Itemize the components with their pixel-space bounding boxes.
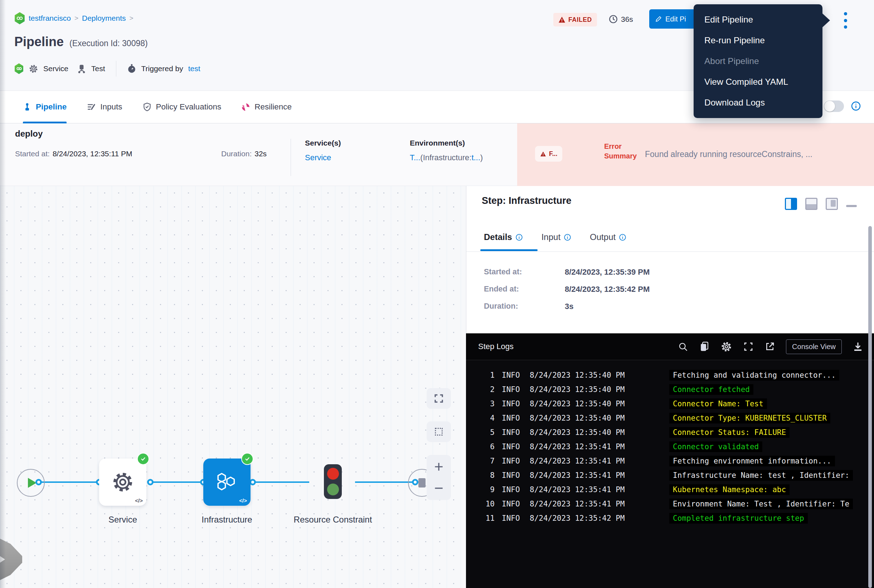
pipeline-actions-menu: Edit Pipeline Re-run Pipeline Abort Pipe… [693, 4, 823, 118]
menu-item[interactable]: Edit Pipeline [693, 9, 823, 30]
traffic-light-red [327, 468, 339, 480]
panel-expand-handle[interactable] [0, 536, 22, 583]
menu-item[interactable]: Abort Pipeline [693, 51, 823, 72]
failed-chip: F... [535, 146, 562, 162]
detail-started-at: Started at:8/24/2023, 12:35:39 PM [484, 267, 650, 282]
environments-label: Environment(s) [410, 139, 483, 147]
harness-logo-icon [14, 63, 24, 74]
infrastructure-link[interactable]: t... [471, 153, 480, 162]
copy-icon[interactable] [699, 341, 710, 352]
tab-pipeline[interactable]: Pipeline [23, 90, 66, 123]
minimize-panel-icon[interactable] [846, 205, 857, 207]
tab-policy-evaluations[interactable]: Policy Evaluations [143, 90, 221, 123]
tab-details[interactable]: Details [484, 232, 523, 242]
split-view-icon[interactable] [785, 198, 797, 210]
pipeline-execution-page: testfrancisco > Deployments > Pipeline (… [0, 0, 874, 588]
log-settings-gear-icon[interactable] [721, 341, 732, 352]
triggered-by-user-link[interactable]: test [188, 64, 200, 73]
page-title: Pipeline [14, 34, 64, 50]
gear-icon [29, 64, 38, 74]
stage-times: Started at: 8/24/2023, 12:35:11 PM [15, 150, 132, 158]
inputs-icon [87, 102, 96, 112]
log-line: 2 INFO 8/24/2023 12:35:40 PM Connector f… [479, 382, 874, 397]
error-summary-label: Error Summary [604, 142, 647, 161]
more-options-kebab-icon[interactable] [843, 12, 847, 28]
shield-check-icon [143, 102, 152, 112]
execution-meta-row: Service Test Triggered by test [14, 61, 200, 76]
right-view-icon[interactable] [826, 198, 838, 210]
resource-constraint-node[interactable] [324, 464, 342, 499]
menu-item[interactable]: Re-run Pipeline [693, 30, 823, 51]
log-line: 8 INFO 8/24/2023 12:35:41 PM Infrastruct… [479, 468, 874, 483]
connector-line [38, 482, 98, 483]
view-toggle[interactable] [824, 100, 844, 112]
log-line: 7 INFO 8/24/2023 12:35:41 PM Fetching en… [479, 454, 874, 468]
connector-line [355, 482, 415, 483]
log-line: 3 INFO 8/24/2023 12:35:40 PM Connector N… [479, 397, 874, 411]
error-summary-message: Found already running resourceConstrains… [645, 150, 867, 159]
log-line: 4 INFO 8/24/2023 12:35:40 PM Connector T… [479, 411, 874, 425]
connector-line [150, 482, 204, 483]
page-title-row: Pipeline (Execution Id: 30098) [14, 34, 148, 50]
log-line: 1 INFO 8/24/2023 12:35:40 PM Fetching an… [479, 368, 874, 382]
canvas-select-button[interactable] [427, 422, 451, 442]
tab-inputs[interactable]: Inputs [87, 90, 122, 123]
bottom-view-icon[interactable] [805, 198, 817, 210]
panel-layout-switcher [785, 198, 857, 210]
menu-beak [822, 13, 830, 28]
infrastructure-step-node[interactable]: </> [203, 459, 251, 506]
step-panel-tabs: Details Input Output [484, 228, 626, 246]
pipeline-icon [23, 103, 32, 111]
services-column: Service(s) Service [305, 139, 341, 162]
open-external-icon[interactable] [764, 341, 775, 352]
expand-fullscreen-icon[interactable] [743, 341, 754, 352]
code-badge: </> [135, 498, 143, 504]
stage-duration: Duration: 32s [221, 150, 267, 158]
code-badge: </> [239, 498, 247, 504]
zoom-controls [427, 455, 451, 500]
log-line: 6 INFO 8/24/2023 12:35:41 PM Connector v… [479, 440, 874, 454]
success-check-icon [137, 453, 149, 465]
warning-icon [540, 151, 546, 157]
info-icon[interactable] [619, 234, 626, 241]
node-label: Resource Constraint [293, 512, 372, 527]
canvas-fullscreen-button[interactable] [427, 388, 451, 409]
step-logs-header: Step Logs Console View [466, 333, 874, 360]
started-at-value: 8/24/2023, 12:35:11 PM [53, 150, 132, 158]
node-label: Infrastructure [202, 512, 252, 527]
panel-scrollbar[interactable] [868, 226, 872, 588]
hexagons-icon [214, 470, 239, 495]
zoom-out-button[interactable] [427, 478, 451, 498]
tab-resilience[interactable]: Resilience [241, 90, 292, 123]
tab-input[interactable]: Input [542, 232, 571, 242]
info-icon[interactable] [851, 101, 861, 111]
detail-ended-at: Ended at:8/24/2023, 12:35:42 PM [484, 285, 650, 299]
service-link[interactable]: Service [305, 153, 331, 162]
info-icon[interactable] [564, 234, 571, 241]
service-step-node[interactable]: </> [99, 459, 146, 506]
menu-item[interactable]: View Compiled YAML [693, 72, 823, 92]
log-line: 9 INFO 8/24/2023 12:35:41 PM Kubernetes … [479, 483, 874, 497]
zoom-in-button[interactable] [427, 457, 451, 476]
breadcrumb-project-link[interactable]: testfrancisco [29, 14, 71, 22]
breadcrumb-separator: > [129, 14, 134, 22]
harness-logo-icon [14, 12, 25, 24]
download-icon[interactable] [853, 341, 863, 352]
duration-label: Duration: [221, 150, 251, 158]
menu-item[interactable]: Download Logs [693, 92, 823, 113]
chevron-right-icon [0, 555, 5, 564]
console-view-button[interactable]: Console View [786, 339, 842, 354]
duration-value: 32s [254, 150, 267, 158]
environment-link[interactable]: T... [410, 153, 420, 162]
traffic-light-green [327, 483, 339, 495]
breadcrumb-deployments-link[interactable]: Deployments [82, 14, 126, 22]
execution-id: (Execution Id: 30098) [69, 39, 148, 48]
started-at-label: Started at: [15, 150, 50, 158]
info-icon[interactable] [515, 234, 523, 241]
log-lines[interactable]: 1 INFO 8/24/2023 12:35:40 PM Fetching an… [466, 360, 874, 588]
tab-output[interactable]: Output [590, 232, 626, 242]
environment-infra-text: (Infrastructure: [420, 153, 471, 162]
search-icon[interactable] [678, 342, 688, 352]
pipeline-canvas[interactable]: </> Service </> Infrastructure Resource … [0, 186, 466, 588]
active-tab-underline [480, 249, 537, 251]
